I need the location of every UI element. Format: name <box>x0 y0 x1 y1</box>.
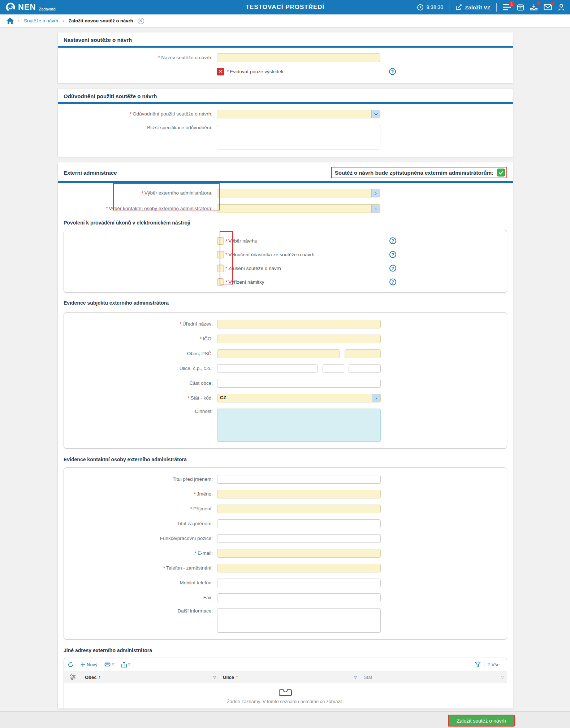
user-button[interactable] <box>558 4 565 11</box>
adresy-grid: Nový ▽ <box>64 658 507 709</box>
titul-za-input[interactable] <box>217 519 381 528</box>
cast-obce-input[interactable] <box>217 379 381 388</box>
blizsi-specifikace-textarea[interactable] <box>217 125 380 149</box>
required-marker: * <box>141 190 143 196</box>
column-filter-icon[interactable]: ▽ <box>213 675 216 679</box>
column-header-stat[interactable]: Stát ▽ <box>360 671 507 683</box>
vyber-administratora-picker[interactable]: › <box>217 189 380 197</box>
required-marker: * <box>227 69 229 74</box>
chevron-down-icon[interactable] <box>371 110 380 118</box>
vyrizeni-namitky-checkbox[interactable] <box>217 278 224 286</box>
obec-input[interactable] <box>217 349 340 358</box>
column-filter-icon[interactable]: ▽ <box>354 675 357 679</box>
funkce-input[interactable] <box>217 534 381 543</box>
chevron-right-icon[interactable]: › <box>371 205 380 213</box>
section-oduvodneni: Odůvodnění použití soutěže o návrh *Odův… <box>58 89 513 157</box>
environment-title: TESTOVACÍ PROSTŘEDÍ <box>246 4 325 11</box>
chevron-down-icon[interactable]: ▽ <box>112 663 115 666</box>
calendar-button[interactable] <box>517 4 524 11</box>
column-settings-icon <box>69 674 76 680</box>
required-marker: * <box>130 111 131 117</box>
field-label: *Název soutěže o návrh: <box>58 55 217 61</box>
vylouceni-ucastnika-checkbox[interactable] <box>217 251 224 258</box>
cp-input[interactable] <box>323 364 344 373</box>
field-label: *Úřední název: <box>64 321 217 327</box>
field-label: *Jméno: <box>64 491 217 497</box>
divider <box>101 661 101 668</box>
banner-label: Soutěž o návrh bude zpřístupněna externí… <box>335 170 493 176</box>
uredni-nazev-input[interactable] <box>217 320 381 328</box>
mail-button[interactable] <box>544 4 552 10</box>
breadcrumb-current: Založit novou soutěž o návrh <box>68 18 133 23</box>
filter-scope-dropdown[interactable]: ▽ Vše <box>488 662 500 667</box>
inbox-alert-dot <box>537 1 540 5</box>
nen-logo[interactable]: NEN Zadavatel <box>5 0 56 14</box>
oduvodneni-select[interactable] <box>217 110 380 118</box>
empty-tray-icon <box>279 689 292 696</box>
new-record-button[interactable]: Nový <box>81 662 98 667</box>
brand-subtitle: Zadavatel <box>39 7 56 11</box>
divider <box>134 661 134 668</box>
required-marker: * <box>180 321 181 327</box>
external-admin-checkbox-checked[interactable] <box>497 169 505 176</box>
filter-button[interactable] <box>475 662 481 668</box>
column-header-obec[interactable]: Obec ↑ ▽ <box>81 671 219 683</box>
mobilni-telefon-input[interactable] <box>217 579 381 587</box>
dalsi-informace-textarea[interactable] <box>217 608 381 633</box>
inbox-download-icon <box>530 4 538 11</box>
co-input[interactable] <box>349 364 381 373</box>
email-input[interactable] <box>217 549 381 558</box>
evidovat-checkbox-unchecked[interactable]: ✕ <box>217 68 224 75</box>
checkbox-label: *Vyřízení námitky <box>225 279 264 285</box>
chevron-right-icon[interactable]: › <box>372 394 380 402</box>
field-label: Činnost: <box>64 409 217 414</box>
ico-input[interactable] <box>217 335 381 343</box>
submit-button[interactable]: Založit soutěž o návrh <box>448 715 515 727</box>
help-icon[interactable]: ? <box>389 251 396 258</box>
close-tab-icon[interactable]: ✕ <box>138 18 144 24</box>
stat-kod-picker[interactable]: CZ › <box>217 394 381 402</box>
help-icon[interactable]: ? <box>389 68 396 75</box>
help-icon[interactable]: ? <box>389 265 396 272</box>
inbox-button[interactable] <box>530 4 538 11</box>
help-icon[interactable]: ? <box>389 237 396 244</box>
clock-time: 9:38:30 <box>426 4 443 10</box>
required-marker: * <box>225 279 227 285</box>
cinnost-textarea[interactable] <box>217 409 381 442</box>
section-externi-administrace: Externí administrace Soutěž o návrh bude… <box>58 162 513 709</box>
column-settings-button[interactable] <box>64 671 81 683</box>
refresh-button[interactable] <box>68 662 74 668</box>
required-marker: * <box>225 252 227 257</box>
kontakt-panel: Titul před jménem: *Jméno: *Příjmení: Ti… <box>64 467 507 640</box>
print-button[interactable]: ▽ <box>104 662 115 667</box>
required-marker: * <box>158 55 160 60</box>
chevron-right-icon: › <box>62 18 64 23</box>
column-header-ulice[interactable]: Ulice ↑ ▽ <box>219 671 360 683</box>
field-label: Bližší specifikace odůvodnění: <box>58 125 217 131</box>
brand-name: NEN <box>18 0 36 14</box>
psc-input[interactable] <box>345 349 381 358</box>
zruseni-souteze-checkbox[interactable] <box>217 265 224 272</box>
column-filter-icon[interactable]: ▽ <box>501 675 504 679</box>
ulice-input[interactable] <box>217 364 318 373</box>
checkbox-label: *Evidovat pouze výsledek <box>227 69 284 74</box>
jmeno-input[interactable] <box>217 490 381 498</box>
export-button[interactable]: ▽ <box>121 662 131 668</box>
fax-input[interactable] <box>217 593 381 602</box>
titul-pred-input[interactable] <box>217 475 381 484</box>
help-icon[interactable]: ? <box>389 279 396 285</box>
prijmeni-input[interactable] <box>217 505 381 513</box>
nazev-souteze-input[interactable] <box>217 53 380 62</box>
telefon-zamestnani-input[interactable] <box>217 564 381 572</box>
create-vz-button[interactable]: Založit VZ <box>455 4 491 11</box>
vyber-kontaktni-osoby-picker[interactable]: › <box>217 204 380 213</box>
breadcrumb-home-icon[interactable] <box>7 18 14 24</box>
check-icon <box>498 171 504 175</box>
stat-kod-value: CZ <box>220 395 226 400</box>
chevron-down-icon[interactable]: ▽ <box>128 663 131 666</box>
chevron-right-icon[interactable]: › <box>371 189 380 197</box>
menu-button[interactable]: 1 <box>502 4 511 10</box>
menu-badge: 1 <box>509 1 515 7</box>
breadcrumb-item-soutede[interactable]: Soutěže o návrh <box>24 18 58 23</box>
vyber-navrhu-checkbox[interactable] <box>217 237 224 245</box>
